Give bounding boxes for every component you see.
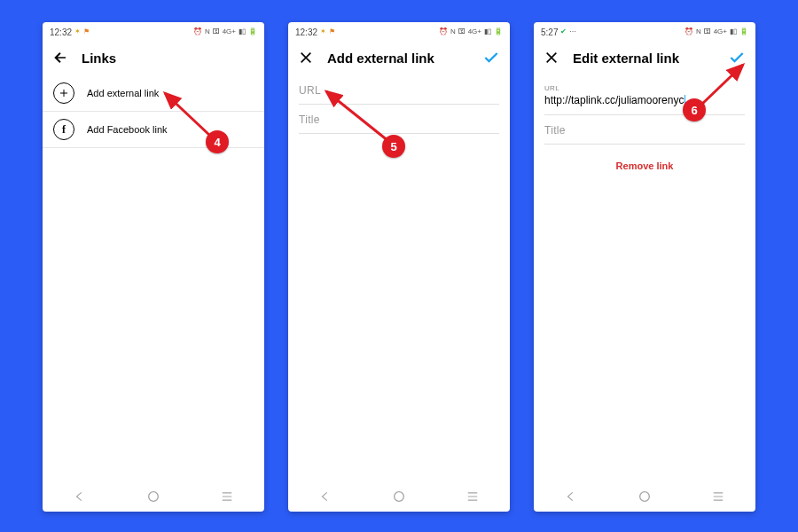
app-bar: Links: [43, 40, 264, 75]
signal-label: 4G+: [223, 28, 236, 35]
battery-icon: 🔋: [248, 28, 257, 35]
net-label: N: [450, 28, 456, 35]
signal-label: 4G+: [714, 28, 727, 35]
alarm-icon: ⏰: [685, 28, 693, 35]
nav-back-icon[interactable]: [72, 489, 88, 505]
notif-icon: ✶: [74, 28, 81, 35]
signal-label: 4G+: [468, 28, 481, 35]
system-nav-bar: [288, 481, 510, 512]
system-nav-bar: [43, 481, 264, 512]
close-button[interactable]: [297, 49, 315, 66]
key-icon: ⚿: [213, 28, 220, 35]
notif-icon: ✔: [560, 28, 567, 35]
nav-back-icon[interactable]: [563, 489, 579, 505]
notif-icon: ⚑: [329, 28, 335, 35]
signal-icon: ▮▯: [239, 28, 246, 35]
url-field[interactable]: URL: [299, 81, 499, 105]
signal-icon: ▮▯: [484, 28, 491, 35]
nav-back-icon[interactable]: [317, 489, 333, 505]
title-field[interactable]: Title: [544, 121, 745, 145]
url-field-value: http://taplink.cc/juliamoorenyc: [544, 94, 745, 107]
nav-recent-icon[interactable]: [219, 489, 235, 505]
title-field-label: Title: [544, 124, 745, 137]
notif-icon: ✶: [320, 28, 326, 35]
row-label: Add Facebook link: [87, 124, 168, 135]
url-field[interactable]: URL http://taplink.cc/juliamoorenyc: [544, 81, 745, 115]
confirm-button[interactable]: [481, 48, 501, 67]
close-button[interactable]: [543, 49, 560, 66]
app-bar: Edit external link: [534, 40, 755, 75]
page-title: Edit external link: [573, 51, 715, 66]
annotation-badge-6: 6: [683, 98, 706, 121]
title-field-label: Title: [299, 113, 499, 126]
net-label: N: [205, 28, 210, 35]
annotation-badge-4: 4: [206, 130, 229, 153]
key-icon: ⚿: [704, 28, 711, 35]
status-bar: 5:27 ✔ ⋯ ⏰ N ⚿ 4G+ ▮▯ 🔋: [534, 22, 755, 40]
system-nav-bar: [534, 481, 755, 512]
svg-point-4: [640, 492, 650, 502]
phone-screen-3: 5:27 ✔ ⋯ ⏰ N ⚿ 4G+ ▮▯ 🔋 Edit external li…: [534, 22, 755, 512]
app-bar: Add external link: [288, 40, 510, 75]
status-time: 12:32: [295, 27, 317, 37]
battery-icon: 🔋: [739, 28, 748, 35]
net-label: N: [696, 28, 701, 35]
page-title: Links: [82, 51, 255, 66]
nav-home-icon[interactable]: [391, 489, 407, 505]
remove-link-button[interactable]: Remove link: [534, 160, 755, 171]
phone-screen-2: 12:32 ✶ ⚑ ⏰ N ⚿ 4G+ ▮▯ 🔋 Add external li…: [288, 22, 510, 512]
alarm-icon: ⏰: [439, 28, 448, 35]
title-field[interactable]: Title: [299, 110, 499, 134]
url-field-label: URL: [299, 84, 499, 97]
nav-home-icon[interactable]: [145, 489, 161, 505]
add-external-link-row[interactable]: Add external link: [43, 75, 264, 112]
add-facebook-link-row[interactable]: f Add Facebook link: [43, 112, 264, 148]
status-bar: 12:32 ✶ ⚑ ⏰ N ⚿ 4G+ ▮▯ 🔋: [43, 22, 264, 40]
notif-icon: ⋯: [569, 28, 576, 35]
back-button[interactable]: [51, 49, 69, 66]
battery-icon: 🔋: [494, 28, 503, 35]
url-field-label: URL: [544, 84, 745, 92]
page-title: Add external link: [327, 51, 469, 66]
svg-point-0: [149, 492, 159, 502]
confirm-button[interactable]: [727, 48, 747, 67]
nav-home-icon[interactable]: [637, 489, 653, 505]
alarm-icon: ⏰: [193, 28, 202, 35]
key-icon: ⚿: [458, 28, 466, 35]
nav-recent-icon[interactable]: [465, 489, 481, 505]
phone-screen-1: 12:32 ✶ ⚑ ⏰ N ⚿ 4G+ ▮▯ 🔋 Links Add: [43, 22, 264, 512]
status-time: 12:32: [50, 27, 72, 37]
row-label: Add external link: [87, 88, 159, 98]
signal-icon: ▮▯: [730, 28, 737, 35]
facebook-icon: f: [53, 119, 74, 140]
annotation-badge-5: 5: [382, 135, 405, 158]
notif-icon: ⚑: [83, 28, 90, 35]
plus-icon: [53, 82, 74, 104]
status-bar: 12:32 ✶ ⚑ ⏰ N ⚿ 4G+ ▮▯ 🔋: [288, 22, 510, 40]
status-time: 5:27: [541, 27, 558, 37]
svg-point-2: [395, 492, 404, 502]
nav-recent-icon[interactable]: [710, 489, 726, 505]
